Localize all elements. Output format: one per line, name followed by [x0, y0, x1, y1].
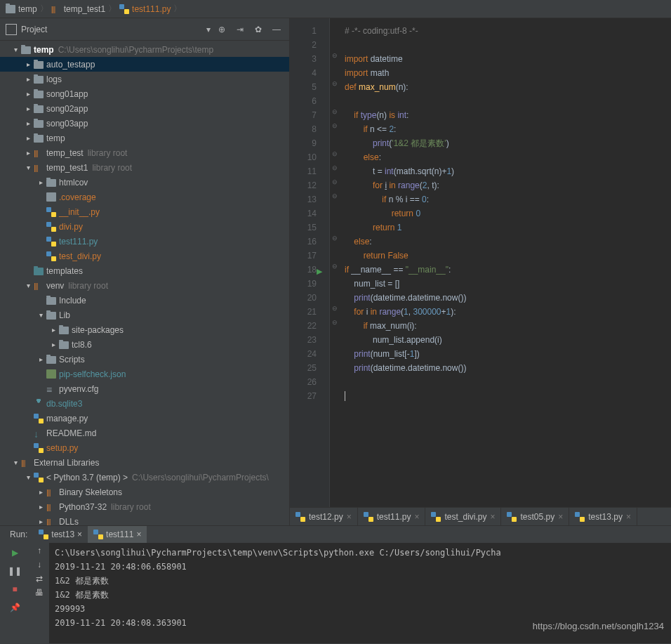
tree-arrow-icon[interactable]: ▸ [35, 488, 46, 496]
folder-lib-icon [34, 148, 44, 158]
tree-arrow-icon[interactable]: ▸ [35, 503, 46, 511]
hide-icon[interactable]: — [270, 22, 284, 37]
project-title[interactable]: Project [21, 25, 202, 34]
tree-item[interactable]: test111.py [0, 234, 289, 249]
tree-item[interactable]: Include [0, 293, 289, 308]
tree-item[interactable]: ▾tempC:\Users\songlihui\PycharmProjects\… [0, 42, 289, 57]
breadcrumb-item[interactable]: temp_test1 [51, 4, 105, 14]
tree-item[interactable]: ▸auto_testapp [0, 57, 289, 72]
tree-item[interactable]: setup.py [0, 440, 289, 455]
tree-item[interactable]: test_divi.py [0, 249, 289, 263]
tree-item[interactable]: manage.py [0, 411, 289, 426]
tree-item[interactable]: ▸song01app [0, 86, 289, 101]
project-tree[interactable]: ▾tempC:\Users\songlihui\PycharmProjects\… [0, 41, 289, 525]
tree-arrow-icon[interactable]: ▾ [22, 164, 34, 171]
tree-arrow-icon[interactable]: ▸ [48, 341, 59, 348]
editor-tab[interactable]: test13.py× [569, 508, 637, 525]
tree-arrow-icon[interactable]: ▸ [48, 326, 59, 334]
pause-icon[interactable]: ❚❚ [8, 564, 22, 578]
rerun-icon[interactable]: ▶ [8, 546, 22, 560]
editor-tab[interactable]: test05.py× [501, 508, 569, 525]
gear-icon[interactable]: ✿ [251, 22, 265, 37]
tree-item[interactable]: pyvenv.cfg [0, 381, 289, 396]
tree-item[interactable]: ▸song02app [0, 101, 289, 116]
tree-item[interactable]: ▸DLLs [0, 514, 289, 525]
down-icon[interactable]: ↓ [37, 560, 41, 570]
tree-item[interactable]: ▸temp_testlibrary root [0, 145, 289, 160]
collapse-icon[interactable]: ⇥ [233, 22, 247, 37]
tree-item[interactable]: ▸song03app [0, 116, 289, 131]
file-icon [46, 192, 56, 202]
wrap-icon[interactable]: ⇄ [36, 574, 43, 584]
editor-tab[interactable]: test11.py× [358, 508, 426, 525]
print-icon[interactable]: 🖶 [35, 588, 44, 598]
close-icon[interactable]: × [347, 512, 352, 522]
close-icon[interactable]: × [626, 512, 631, 522]
tree-item[interactable]: ▸logs [0, 72, 289, 86]
close-icon[interactable]: × [77, 530, 82, 539]
tree-item[interactable]: __init__.py [0, 204, 289, 219]
tree-arrow-icon[interactable]: ▾ [22, 473, 34, 481]
tree-arrow-icon[interactable]: ▾ [10, 459, 21, 466]
tree-item-label: Python37-32 [59, 502, 107, 512]
tree-item[interactable]: ▸Python37-32library root [0, 499, 289, 514]
tree-arrow-icon[interactable]: ▾ [22, 282, 34, 289]
tree-arrow-icon[interactable]: ▸ [22, 105, 34, 112]
tree-arrow-icon[interactable]: ▸ [22, 75, 34, 83]
tree-item[interactable]: ▸tcl8.6 [0, 337, 289, 352]
editor-tab[interactable]: test12.py× [290, 508, 358, 525]
tree-item[interactable]: ▸Scripts [0, 352, 289, 367]
tree-item[interactable]: README.md [0, 426, 289, 440]
line-number-gutter[interactable]: 1234567891011121314151617▶18192021222324… [290, 18, 329, 507]
run-tab-label: test13 [51, 530, 74, 539]
breadcrumb-item[interactable]: test111.py [119, 4, 171, 14]
tree-item[interactable]: ▸temp [0, 131, 289, 145]
tree-item[interactable]: ▾venvlibrary root [0, 278, 289, 293]
tree-arrow-icon[interactable]: ▾ [10, 46, 21, 53]
tree-item[interactable]: pip-selfcheck.json [0, 367, 289, 381]
tree-arrow-icon[interactable]: ▸ [22, 119, 34, 127]
tree-arrow-icon[interactable]: ▸ [35, 355, 46, 363]
run-tab[interactable]: test111× [88, 526, 147, 543]
close-icon[interactable]: × [414, 512, 419, 522]
editor-tabs: test12.py×test11.py×test_divi.py×test05.… [290, 507, 671, 525]
tree-item[interactable]: db.sqlite3 [0, 396, 289, 411]
tab-label: test12.py [309, 512, 343, 522]
pin-icon[interactable]: 📌 [8, 600, 22, 615]
chevron-right-icon: 〉 [173, 3, 182, 15]
tree-item[interactable]: divi.py [0, 219, 289, 234]
editor-tab[interactable]: test_divi.py× [425, 508, 501, 525]
tree-item[interactable]: ▸Binary Skeletons [0, 485, 289, 499]
close-icon[interactable]: × [490, 512, 495, 522]
tree-arrow-icon[interactable]: ▸ [22, 90, 34, 98]
run-tab[interactable]: test13× [33, 526, 88, 543]
tree-item-meta: C:\Users\songlihui\PycharmProjects\ [132, 473, 269, 482]
tree-item[interactable]: ▾Lib [0, 308, 289, 322]
python-file-icon [364, 512, 373, 522]
tree-arrow-icon[interactable]: ▸ [22, 149, 34, 157]
up-icon[interactable]: ↑ [37, 546, 41, 556]
project-view-icon[interactable] [6, 24, 17, 35]
tree-item-label: templates [46, 266, 83, 276]
chevron-down-icon[interactable]: ▾ [206, 25, 211, 34]
close-icon[interactable]: × [136, 530, 141, 539]
tree-item[interactable]: ▾temp_test1library root [0, 160, 289, 175]
tree-item[interactable]: ▾< Python 3.7 (temp) >C:\Users\songlihui… [0, 470, 289, 485]
code-editor[interactable]: # -*- coding:utf-8 -*- import datetimeim… [339, 18, 671, 507]
close-icon[interactable]: × [558, 512, 563, 522]
tree-arrow-icon[interactable]: ▾ [35, 311, 46, 319]
locate-icon[interactable]: ⊕ [215, 22, 229, 37]
tree-arrow-icon[interactable]: ▸ [35, 178, 46, 186]
tree-arrow-icon[interactable]: ▸ [35, 518, 46, 525]
tree-item[interactable]: ▸htmlcov [0, 175, 289, 190]
fold-column[interactable]: ⊖⊖⊖⊖⊖⊖⊖⊖⊖⊖⊖⊖ [329, 18, 339, 507]
tree-item[interactable]: .coverage [0, 190, 289, 204]
stop-icon[interactable]: ■ [8, 582, 22, 596]
breadcrumb-item[interactable]: temp [6, 4, 37, 14]
run-line-icon[interactable]: ▶ [317, 264, 322, 278]
tree-item[interactable]: ▾External Libraries [0, 455, 289, 470]
tree-arrow-icon[interactable]: ▸ [22, 134, 34, 142]
tree-item[interactable]: ▸site-packages [0, 322, 289, 337]
tree-item[interactable]: templates [0, 263, 289, 278]
tree-arrow-icon[interactable]: ▸ [22, 60, 34, 68]
